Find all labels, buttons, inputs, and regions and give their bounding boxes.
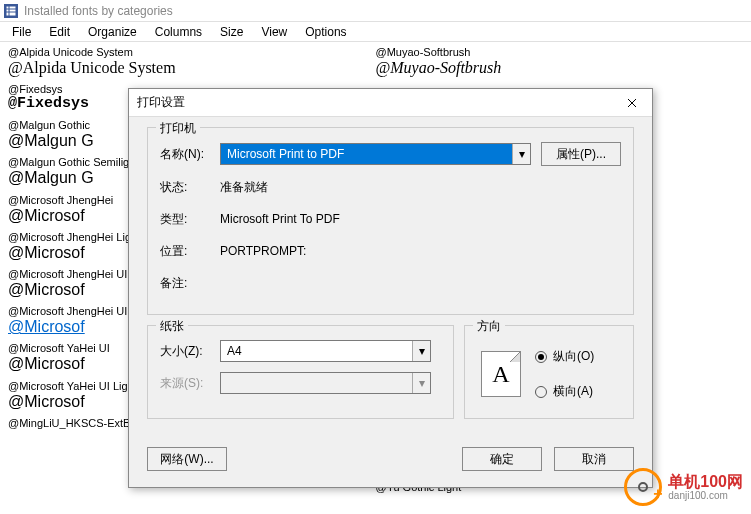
radio-icon	[535, 386, 547, 398]
chevron-down-icon: ▾	[412, 341, 430, 361]
font-name[interactable]: @Alpida Unicode System	[8, 46, 376, 58]
menubar: File Edit Organize Columns Size View Opt…	[0, 22, 751, 42]
portrait-label: 纵向(O)	[553, 348, 594, 365]
menu-size[interactable]: Size	[212, 23, 251, 41]
paper-source-label: 来源(S):	[160, 375, 220, 392]
properties-button[interactable]: 属性(P)...	[541, 142, 621, 166]
page-orientation-icon: A	[481, 351, 521, 397]
chevron-down-icon: ▾	[512, 144, 530, 164]
window-title: Installed fonts by categories	[24, 4, 173, 18]
font-sample[interactable]: @Muyao-Softbrush	[376, 58, 744, 77]
status-label: 状态:	[160, 179, 220, 196]
app-icon	[4, 4, 18, 18]
paper-group-title: 纸张	[156, 318, 188, 335]
paper-size-dropdown[interactable]: A4 ▾	[220, 340, 431, 362]
watermark: + 单机100网 danji100.com	[624, 468, 743, 506]
ok-button[interactable]: 确定	[462, 447, 542, 471]
watermark-title: 单机100网	[668, 473, 743, 491]
cancel-button[interactable]: 取消	[554, 447, 634, 471]
chevron-down-icon: ▾	[412, 373, 430, 393]
font-name[interactable]: @Muyao-Softbrush	[376, 46, 744, 58]
location-label: 位置:	[160, 243, 220, 260]
radio-icon	[535, 351, 547, 363]
dialog-title: 打印设置	[137, 94, 185, 111]
portrait-radio[interactable]: 纵向(O)	[535, 348, 594, 365]
landscape-radio[interactable]: 横向(A)	[535, 383, 594, 400]
printer-group: 打印机 名称(N): Microsoft Print to PDF ▾ 属性(P…	[147, 127, 634, 315]
watermark-url: danji100.com	[668, 490, 743, 501]
menu-columns[interactable]: Columns	[147, 23, 210, 41]
orientation-group-title: 方向	[473, 318, 505, 335]
printer-name-dropdown[interactable]: Microsoft Print to PDF ▾	[220, 143, 531, 165]
svg-point-6	[639, 483, 647, 491]
type-label: 类型:	[160, 211, 220, 228]
type-value: Microsoft Print To PDF	[220, 212, 340, 226]
printer-name-label: 名称(N):	[160, 146, 220, 163]
printer-name-value: Microsoft Print to PDF	[221, 147, 512, 161]
font-sample[interactable]: @Alpida Unicode System	[8, 58, 376, 77]
paper-source-dropdown: ▾	[220, 372, 431, 394]
printer-group-title: 打印机	[156, 120, 200, 137]
comment-label: 备注:	[160, 275, 220, 292]
menu-organize[interactable]: Organize	[80, 23, 145, 41]
menu-edit[interactable]: Edit	[41, 23, 78, 41]
location-value: PORTPROMPT:	[220, 244, 306, 258]
network-button[interactable]: 网络(W)...	[147, 447, 227, 471]
paper-group: 纸张 大小(Z): A4 ▾ 来源(S): ▾	[147, 325, 454, 419]
svg-rect-0	[6, 6, 16, 16]
close-icon[interactable]	[620, 93, 644, 113]
orientation-group: 方向 A 纵向(O) 横向(A)	[464, 325, 634, 419]
window-titlebar: Installed fonts by categories	[0, 0, 751, 22]
menu-file[interactable]: File	[4, 23, 39, 41]
dialog-titlebar: 打印设置	[129, 89, 652, 117]
menu-view[interactable]: View	[253, 23, 295, 41]
status-value: 准备就绪	[220, 179, 268, 196]
print-setup-dialog: 打印设置 打印机 名称(N): Microsoft Print to PDF ▾…	[128, 88, 653, 488]
landscape-label: 横向(A)	[553, 383, 593, 400]
menu-options[interactable]: Options	[297, 23, 354, 41]
paper-size-value: A4	[221, 344, 412, 358]
watermark-icon: +	[624, 468, 662, 506]
paper-size-label: 大小(Z):	[160, 343, 220, 360]
